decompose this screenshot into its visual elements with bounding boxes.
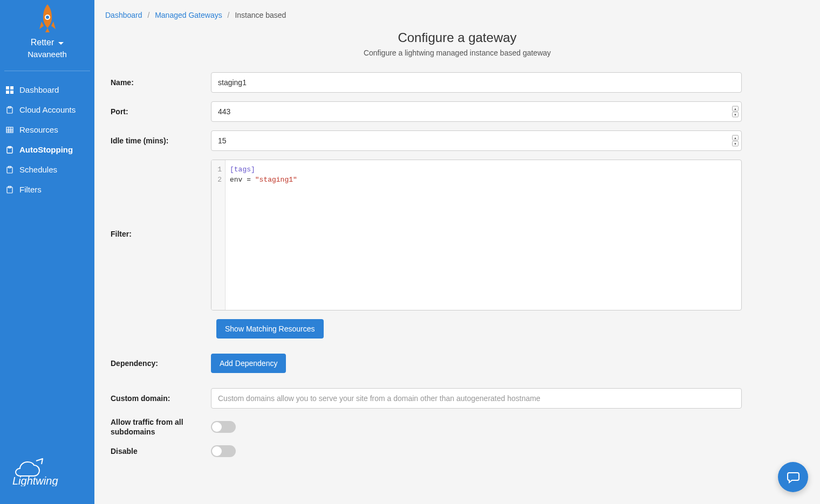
clipboard-icon bbox=[5, 185, 14, 194]
form-row-name: Name: bbox=[105, 72, 742, 93]
main-content: Dashboard / Managed Gateways / Instance … bbox=[94, 0, 820, 504]
show-matching-row: Show Matching Resources bbox=[216, 319, 742, 339]
svg-point-1 bbox=[46, 16, 49, 19]
sidebar-item-label: Dashboard bbox=[19, 85, 59, 94]
clipboard-icon bbox=[5, 146, 14, 154]
sidebar-item-filters[interactable]: Filters bbox=[0, 179, 94, 199]
name-label: Name: bbox=[105, 78, 211, 87]
number-spinner: ▲ ▼ bbox=[732, 135, 739, 147]
code-tag: [tags] bbox=[230, 165, 255, 174]
lightwing-logo-icon: Lightwing bbox=[12, 457, 83, 486]
rocket-logo-icon bbox=[37, 3, 58, 33]
chat-icon bbox=[785, 470, 801, 485]
svg-rect-2 bbox=[6, 86, 9, 89]
sidebar-item-label: Resources bbox=[19, 125, 58, 134]
port-input[interactable] bbox=[211, 101, 742, 122]
show-matching-resources-button[interactable]: Show Matching Resources bbox=[216, 319, 324, 339]
add-dependency-button[interactable]: Add Dependency bbox=[211, 354, 286, 373]
clipboard-icon bbox=[5, 106, 14, 114]
custom-domain-input[interactable] bbox=[211, 388, 742, 409]
svg-rect-4 bbox=[6, 91, 9, 94]
sidebar-footer: Lightwing bbox=[0, 446, 94, 504]
form-row-filter: Filter: 1 2 [tags] env = "staging1" bbox=[105, 160, 742, 310]
sidebar-item-label: Filters bbox=[19, 185, 42, 194]
code-key: env = bbox=[230, 176, 255, 184]
sidebar-nav: Dashboard Cloud Accounts Resources AutoS… bbox=[0, 75, 94, 446]
port-label: Port: bbox=[105, 107, 211, 116]
number-spinner: ▲ ▼ bbox=[732, 106, 739, 118]
breadcrumb-current: Instance based bbox=[235, 11, 286, 19]
svg-rect-5 bbox=[10, 91, 13, 94]
code-gutter: 1 2 bbox=[211, 160, 226, 310]
custom-domain-label: Custom domain: bbox=[105, 394, 211, 403]
allow-subdomains-label: Allow traffic from all subdomains bbox=[105, 417, 211, 437]
sidebar-item-autostopping[interactable]: AutoStopping bbox=[0, 140, 94, 160]
user-name: Navaneeth bbox=[0, 50, 94, 59]
sidebar: Retter Navaneeth Dashboard Cloud Account… bbox=[0, 0, 94, 504]
disable-toggle[interactable] bbox=[211, 445, 236, 457]
name-input[interactable] bbox=[211, 72, 742, 93]
chevron-down-icon bbox=[58, 42, 64, 45]
spinner-up-button[interactable]: ▲ bbox=[732, 106, 739, 112]
chat-widget-button[interactable] bbox=[778, 462, 808, 492]
spinner-down-button[interactable]: ▼ bbox=[732, 141, 739, 147]
grid-icon bbox=[5, 86, 14, 94]
page-subtitle: Configure a lightwing managed instance b… bbox=[105, 49, 809, 57]
filter-label: Filter: bbox=[105, 160, 211, 238]
gateway-form: Name: Port: ▲ ▼ Idle time (mins): ▲ bbox=[105, 72, 742, 457]
idle-time-label: Idle time (mins): bbox=[105, 136, 211, 145]
svg-rect-3 bbox=[10, 86, 13, 89]
svg-rect-8 bbox=[6, 127, 13, 133]
table-icon bbox=[5, 126, 14, 134]
form-row-dependency: Dependency: Add Dependency bbox=[105, 354, 742, 373]
sidebar-item-dashboard[interactable]: Dashboard bbox=[0, 80, 94, 100]
breadcrumb-separator: / bbox=[147, 11, 149, 19]
org-selector[interactable]: Retter bbox=[0, 38, 94, 47]
org-name: Retter bbox=[31, 38, 54, 47]
sidebar-item-label: AutoStopping bbox=[19, 145, 73, 154]
sidebar-divider bbox=[4, 71, 90, 71]
code-string: "staging1" bbox=[255, 176, 297, 184]
sidebar-item-label: Schedules bbox=[19, 165, 57, 174]
page-title: Configure a gateway bbox=[105, 30, 809, 45]
spinner-down-button[interactable]: ▼ bbox=[732, 112, 739, 118]
clipboard-icon bbox=[5, 165, 14, 174]
code-content: [tags] env = "staging1" bbox=[226, 160, 741, 310]
sidebar-header: Retter Navaneeth bbox=[0, 0, 94, 65]
breadcrumb-link-dashboard[interactable]: Dashboard bbox=[105, 11, 142, 19]
form-row-idle-time: Idle time (mins): ▲ ▼ bbox=[105, 130, 742, 151]
allow-subdomains-toggle[interactable] bbox=[211, 421, 236, 433]
page-header: Configure a gateway Configure a lightwin… bbox=[105, 30, 809, 57]
form-row-custom-domain: Custom domain: bbox=[105, 388, 742, 409]
form-row-allow-subdomains: Allow traffic from all subdomains bbox=[105, 417, 742, 437]
sidebar-item-label: Cloud Accounts bbox=[19, 105, 76, 114]
sidebar-item-cloud-accounts[interactable]: Cloud Accounts bbox=[0, 100, 94, 120]
idle-time-input[interactable] bbox=[211, 130, 742, 151]
breadcrumb-link-managed-gateways[interactable]: Managed Gateways bbox=[155, 11, 222, 19]
spinner-up-button[interactable]: ▲ bbox=[732, 135, 739, 141]
dependency-label: Dependency: bbox=[105, 359, 211, 368]
form-row-port: Port: ▲ ▼ bbox=[105, 101, 742, 122]
breadcrumb-separator: / bbox=[228, 11, 230, 19]
sidebar-item-schedules[interactable]: Schedules bbox=[0, 160, 94, 179]
breadcrumb: Dashboard / Managed Gateways / Instance … bbox=[105, 11, 809, 19]
svg-text:Lightwing: Lightwing bbox=[12, 475, 58, 486]
sidebar-item-resources[interactable]: Resources bbox=[0, 120, 94, 140]
disable-label: Disable bbox=[105, 447, 211, 455]
form-row-disable: Disable bbox=[105, 445, 742, 457]
filter-code-editor[interactable]: 1 2 [tags] env = "staging1" bbox=[211, 160, 742, 310]
